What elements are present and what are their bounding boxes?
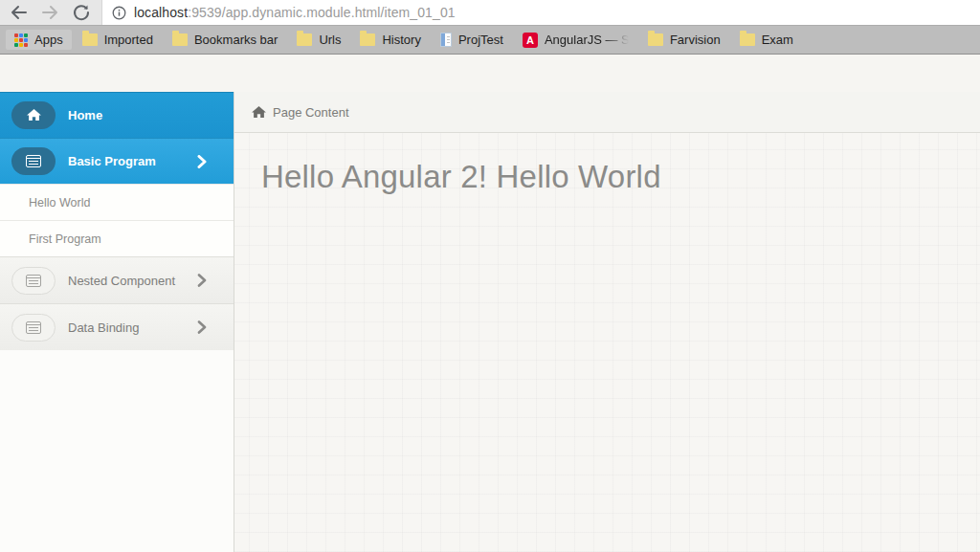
sidebar-item-hello-world[interactable]: Hello World [0, 184, 234, 220]
window-icon [11, 267, 56, 295]
window-icon [11, 314, 56, 342]
folder-icon [82, 33, 98, 46]
bookmark-history[interactable]: History [351, 30, 429, 50]
bookmark-label: Urls [319, 33, 341, 47]
url-host: localhost [134, 5, 188, 20]
bookmark-bookmarks-bar[interactable]: Bookmarks bar [164, 30, 286, 50]
sidebar-item-nested-component[interactable]: Nested Component [0, 256, 234, 303]
bookmark-label: Bookmarks bar [194, 33, 278, 47]
chevron-right-icon [197, 274, 207, 287]
chevron-right-icon [197, 155, 207, 168]
page-info-icon[interactable] [112, 6, 126, 20]
bookmark-label: Imported [104, 33, 153, 47]
bookmark-label: ProjTest [458, 33, 503, 47]
content-area: Hello Angular 2! Hello World [234, 133, 980, 195]
sidebar-item-basic-program[interactable]: Basic Program [0, 138, 234, 184]
chevron-right-icon [197, 320, 207, 334]
home-icon [11, 101, 56, 129]
bookmark-label: Apps [34, 33, 63, 47]
sidebar-item-label: First Program [29, 232, 101, 246]
apps-grid-icon [14, 33, 28, 47]
folder-icon [740, 33, 755, 46]
sidebar-item-label: Basic Program [68, 154, 156, 168]
sidebar-menu: Home Basic Program Hello World First Pro… [0, 92, 234, 552]
breadcrumb: Page Content [234, 92, 980, 133]
bookmark-label: Exam [762, 33, 793, 47]
folder-icon [648, 33, 663, 46]
bookmark-label: History [382, 33, 420, 47]
breadcrumb-label: Page Content [273, 105, 349, 120]
url-text: localhost:9539/app.dynamic.module.html/i… [134, 5, 456, 20]
browser-nav-buttons [0, 0, 101, 25]
browser-toolbar: localhost:9539/app.dynamic.module.html/i… [0, 0, 980, 26]
sidebar-item-first-program[interactable]: First Program [0, 220, 234, 256]
sidebar-item-label: Nested Component [68, 274, 175, 288]
url-path: :9539/app.dynamic.module.html/item_01_01 [188, 5, 456, 20]
page-background: Home Basic Program Hello World First Pro… [0, 92, 980, 552]
sidebar-item-label: Data Binding [68, 320, 139, 335]
bookmark-farvision[interactable]: Farvision [639, 30, 729, 50]
bookmark-imported[interactable]: Imported [74, 30, 162, 50]
home-icon [252, 106, 266, 119]
bookmark-urls[interactable]: Urls [288, 30, 349, 50]
bookmark-label: AngularJS — Superhe [545, 33, 629, 47]
sidebar-item-data-binding[interactable]: Data Binding [0, 303, 234, 350]
forward-icon[interactable] [41, 5, 59, 20]
bookmarks-bar: Apps Imported Bookmarks bar Urls History… [0, 26, 980, 55]
window-icon [11, 147, 56, 175]
sidebar-item-home[interactable]: Home [0, 92, 234, 138]
main-panel: Page Content Hello Angular 2! Hello Worl… [234, 92, 980, 552]
page-heading: Hello Angular 2! Hello World [261, 159, 980, 195]
sidebar-item-label: Hello World [29, 196, 90, 210]
sidebar-item-label: Home [68, 108, 102, 122]
angular-logo-icon: A [523, 33, 538, 48]
document-icon [440, 33, 452, 47]
url-bar[interactable]: localhost:9539/app.dynamic.module.html/i… [101, 0, 980, 25]
folder-icon [360, 33, 375, 46]
bookmark-exam[interactable]: Exam [731, 30, 802, 50]
sidebar-filler [0, 350, 234, 552]
bookmark-apps[interactable]: Apps [6, 30, 72, 50]
bookmark-label: Farvision [670, 33, 721, 47]
reload-icon[interactable] [73, 4, 90, 21]
bookmark-angularjs[interactable]: A AngularJS — Superhe [514, 30, 637, 51]
bookmark-projtest[interactable]: ProjTest [432, 30, 512, 50]
folder-icon [297, 33, 312, 46]
folder-icon [172, 33, 188, 46]
back-icon[interactable] [10, 5, 28, 20]
